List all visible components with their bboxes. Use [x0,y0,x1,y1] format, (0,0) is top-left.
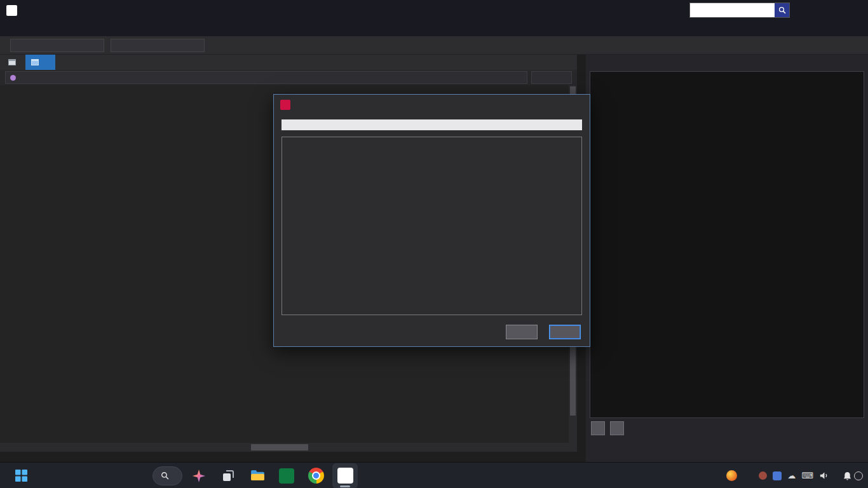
method-icon [10,75,16,81]
notification-count-badge [854,471,863,480]
task-view-button[interactable] [215,463,241,488]
dialog-buttons [506,325,581,339]
start-button[interactable] [8,463,34,488]
maximize-button[interactable] [815,0,841,21]
task-view-icon [222,470,234,482]
dialog-title-bar [274,95,590,115]
logs-panel-buttons [591,421,624,435]
search-icon [778,6,786,14]
close-dialog-button[interactable] [549,325,581,339]
windows-logo-icon [15,470,27,482]
compile-dialog [273,94,590,347]
search-icon [161,471,169,480]
search-button[interactable] [775,3,789,17]
window-controls [788,0,868,21]
title-bar [0,0,868,21]
main-toolbar [0,36,868,55]
editor-zoom-select[interactable] [531,71,572,84]
tray-app-icon[interactable] [773,471,782,480]
b4j-logo-icon [280,100,290,110]
quick-search-input[interactable] [690,3,775,17]
weather-widget[interactable] [726,470,745,481]
notification-center-button[interactable] [843,471,863,481]
windows-taskbar: ☁ ⌨ [0,462,868,488]
code-navigation-bar [0,70,577,85]
file-explorer-icon [250,470,265,482]
panel-tab-strip [586,440,868,456]
taskbar-search[interactable] [153,466,182,485]
chrome-button[interactable] [303,463,329,488]
copilot-button[interactable] [186,463,212,488]
compile-log-output [281,137,582,315]
file-explorer-button[interactable] [245,463,270,488]
chrome-icon [308,468,324,484]
weather-icon [726,470,737,481]
b4j-app-icon [6,5,17,16]
document-tab-strip [0,55,577,70]
form-icon [8,59,16,65]
copilot-icon [192,469,206,483]
kill-process-button[interactable] [591,421,605,435]
member-selector[interactable] [5,71,527,84]
volume-icon[interactable] [819,471,829,480]
logs-panel-header [586,55,868,70]
tray-status-icon[interactable] [759,471,767,480]
system-tray: ☁ ⌨ [759,471,829,480]
keyboard-icon[interactable]: ⌨ [801,471,813,480]
tab-b4xmainpage[interactable] [25,55,55,70]
compile-progress-bar [281,119,582,130]
build-profile-select[interactable] [111,39,205,52]
onedrive-icon[interactable]: ☁ [787,471,796,480]
clear-logs-button[interactable] [610,421,624,435]
excel-icon [279,468,294,484]
tab-main[interactable] [3,55,25,70]
excel-button[interactable] [274,463,299,488]
b4j-icon [337,468,353,484]
logs-output-area[interactable] [590,71,864,418]
quick-search-box [689,3,790,18]
scrollbar-thumb[interactable] [251,444,308,451]
b4j-taskbar-button[interactable] [332,463,358,488]
form-icon [31,59,39,65]
editor-horizontal-scrollbar[interactable] [0,443,577,452]
build-configuration-select[interactable] [10,39,104,52]
bell-icon [843,471,852,481]
cancel-button[interactable] [506,325,538,339]
close-button[interactable] [841,0,868,21]
menu-bar [0,21,868,36]
minimize-button[interactable] [788,0,815,21]
